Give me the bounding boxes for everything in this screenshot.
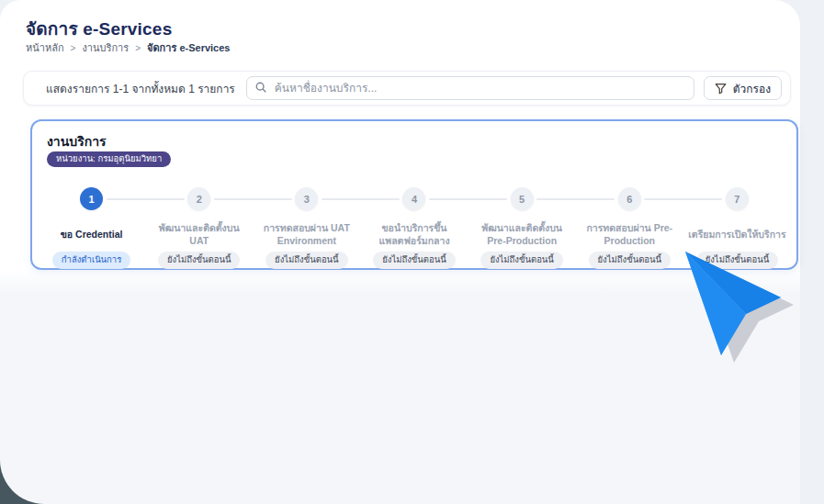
breadcrumb-separator: > (71, 43, 76, 53)
step-number: 2 (197, 194, 202, 205)
step-circle: 7 (726, 187, 749, 210)
stepper-step: 5 พัฒนาและติดตั้งบน Pre-Production ยังไม… (468, 187, 576, 269)
step-status-badge: ยังไม่ถึงขั้นตอนนี้ (696, 252, 779, 269)
filter-button[interactable]: ตัวกรอง (704, 76, 782, 100)
step-number: 7 (734, 194, 739, 205)
search-field-wrap (246, 76, 694, 100)
stepper-step: 6 การทดสอบผ่าน Pre-Production ยังไม่ถึงข… (576, 187, 683, 269)
stepper-step: 7 เตรียมการเปิดให้บริการ ยังไม่ถึงขั้นตอ… (683, 187, 791, 269)
breadcrumb-services[interactable]: งานบริการ (82, 39, 129, 56)
step-number: 5 (519, 194, 525, 205)
toolbar: แสดงรายการ 1-1 จากทั้งหมด 1 รายการ ตัวกร… (23, 71, 791, 106)
step-circle: 3 (295, 187, 318, 210)
breadcrumb-home[interactable]: หน้าหลัก (26, 39, 64, 56)
step-circle: 6 (618, 187, 641, 210)
breadcrumb-current: จัดการ e-Services (147, 39, 230, 56)
step-number: 6 (626, 194, 632, 205)
filter-button-label: ตัวกรอง (733, 80, 771, 97)
step-status-badge: ยังไม่ถึงขั้นตอนนี้ (265, 252, 348, 269)
stepper-step: 4 ขอนำบริการขึ้นแพลตฟอร์มกลาง ยังไม่ถึงข… (360, 187, 468, 269)
service-card[interactable]: งานบริการ หน่วยงาน: กรมอุตุนิยมวิทยา 1 ข… (30, 119, 798, 270)
step-circle: 2 (187, 187, 210, 210)
step-label: การทดสอบผ่าน Pre-Production (576, 222, 683, 247)
stepper-step: 2 พัฒนาและติดตั้งบน UAT ยังไม่ถึงขั้นตอน… (145, 187, 253, 269)
breadcrumb: หน้าหลัก > งานบริการ > จัดการ e-Services (26, 39, 230, 56)
breadcrumb-separator: > (135, 43, 141, 53)
step-label: พัฒนาและติดตั้งบน UAT (145, 222, 253, 247)
step-status-badge: ยังไม่ถึงขั้นตอนนี้ (589, 252, 672, 269)
search-input[interactable] (246, 76, 694, 100)
search-icon (254, 81, 267, 94)
stepper-step: 1 ขอ Credential กำลังดำเนินการ (38, 187, 145, 269)
step-number: 1 (89, 194, 95, 205)
step-status-badge: ยังไม่ถึงขั้นตอนนี้ (373, 252, 456, 269)
step-number: 4 (412, 194, 417, 205)
step-status-badge: ยังไม่ถึงขั้นตอนนี้ (480, 252, 563, 269)
step-number: 3 (304, 194, 310, 205)
step-label: การทดสอบผ่าน UAT Environment (253, 222, 360, 247)
agency-badge: หน่วยงาน: กรมอุตุนิยมวิทยา (47, 151, 171, 167)
step-label: ขอนำบริการขึ้นแพลตฟอร์มกลาง (360, 222, 468, 247)
step-circle: 5 (511, 187, 534, 210)
step-label: เตรียมการเปิดให้บริการ (684, 222, 789, 247)
step-label: ขอ Credential (57, 222, 127, 247)
step-circle: 4 (402, 187, 425, 210)
step-status-badge: ยังไม่ถึงขั้นตอนนี้ (158, 252, 241, 269)
step-circle: 1 (80, 187, 103, 210)
main-window: จัดการ e-Services หน้าหลัก > งานบริการ >… (0, 0, 800, 504)
step-status-badge: กำลังดำเนินการ (52, 252, 130, 269)
funnel-icon (715, 83, 727, 95)
stepper: 1 ขอ Credential กำลังดำเนินการ 2 พัฒนาแล… (38, 187, 791, 269)
page-title: จัดการ e-Services (26, 15, 172, 42)
stepper-step: 3 การทดสอบผ่าน UAT Environment ยังไม่ถึง… (253, 187, 360, 269)
service-card-title: งานบริการ (47, 131, 107, 151)
results-summary: แสดงรายการ 1-1 จากทั้งหมด 1 รายการ (46, 80, 235, 97)
step-label: พัฒนาและติดตั้งบน Pre-Production (468, 222, 576, 247)
